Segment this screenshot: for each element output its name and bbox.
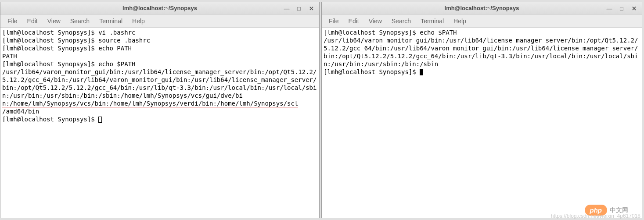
menu-help[interactable]: Help bbox=[449, 16, 471, 26]
terminal-line: [lmh@localhost Synopsys]$ echo $PATH bbox=[2, 60, 317, 68]
close-button[interactable]: ✕ bbox=[305, 4, 317, 13]
menubar-right: File Edit View Search Terminal Help bbox=[322, 14, 642, 28]
maximize-button[interactable]: □ bbox=[293, 4, 305, 13]
menu-search[interactable]: Search bbox=[66, 16, 94, 26]
cursor-icon bbox=[98, 117, 102, 123]
titlebar-left[interactable]: lmh@localhost:~/Synopsys — □ ✕ bbox=[0, 2, 319, 14]
menu-view[interactable]: View bbox=[43, 16, 65, 26]
terminal-output-right[interactable]: [lmh@localhost Synopsys]$ echo $PATH/usr… bbox=[322, 28, 642, 218]
window-controls-right: — □ ✕ bbox=[603, 4, 640, 13]
menu-edit[interactable]: Edit bbox=[23, 16, 42, 26]
cursor-icon bbox=[420, 69, 423, 75]
terminal-line: /usr/lib64/varon_monitor_gui/bin:/usr/li… bbox=[2, 68, 317, 99]
terminal-line: /usr/lib64/varon_monitor_gui/bin:/usr/li… bbox=[324, 36, 640, 68]
menu-help[interactable]: Help bbox=[128, 16, 149, 26]
titlebar-right[interactable]: lmh@localhost:~/Synopsys — □ ✕ bbox=[322, 2, 642, 14]
menu-file[interactable]: File bbox=[324, 16, 343, 26]
terminal-line: [lmh@localhost Synopsys]$ source .bashrc bbox=[2, 36, 317, 44]
window-controls-left: — □ ✕ bbox=[281, 4, 317, 13]
menu-view[interactable]: View bbox=[364, 16, 386, 26]
terminal-line: [lmh@localhost Synopsys]$ bbox=[2, 115, 317, 123]
menu-terminal[interactable]: Terminal bbox=[95, 16, 127, 26]
terminal-line: [lmh@localhost Synopsys]$ bbox=[324, 68, 640, 76]
watermark-url: https://blog.csdn.net/weixin_4p617018 bbox=[551, 213, 640, 219]
menu-edit[interactable]: Edit bbox=[344, 16, 363, 26]
close-button[interactable]: ✕ bbox=[628, 4, 640, 13]
terminal-line: [lmh@localhost Synopsys]$ echo $PATH bbox=[324, 28, 640, 36]
menu-search[interactable]: Search bbox=[387, 16, 415, 26]
menubar-left: File Edit View Search Terminal Help bbox=[0, 14, 319, 28]
terminal-window-right: lmh@localhost:~/Synopsys — □ ✕ File Edit… bbox=[321, 2, 642, 218]
minimize-button[interactable]: — bbox=[281, 4, 293, 13]
minimize-button[interactable]: — bbox=[603, 4, 615, 13]
window-title: lmh@localhost:~/Synopsys bbox=[445, 5, 519, 11]
terminal-line: /amd64/bin bbox=[2, 107, 317, 115]
menu-file[interactable]: File bbox=[3, 16, 22, 26]
window-title: lmh@localhost:~/Synopsys bbox=[122, 5, 197, 11]
terminal-window-left: lmh@localhost:~/Synopsys — □ ✕ File Edit… bbox=[0, 2, 320, 218]
terminal-line: PATH bbox=[2, 52, 317, 60]
terminal-line: [lmh@localhost Synopsys]$ echo PATH bbox=[2, 44, 317, 52]
terminal-line: n:/home/lmh/Synopsys/vcs/bin:/home/lmh/S… bbox=[2, 99, 317, 107]
menu-terminal[interactable]: Terminal bbox=[416, 16, 448, 26]
terminal-line: [lmh@localhost Synopsys]$ vi .bashrc bbox=[2, 28, 317, 36]
terminal-output-left[interactable]: [lmh@localhost Synopsys]$ vi .bashrc[lmh… bbox=[0, 28, 319, 218]
maximize-button[interactable]: □ bbox=[615, 4, 628, 13]
